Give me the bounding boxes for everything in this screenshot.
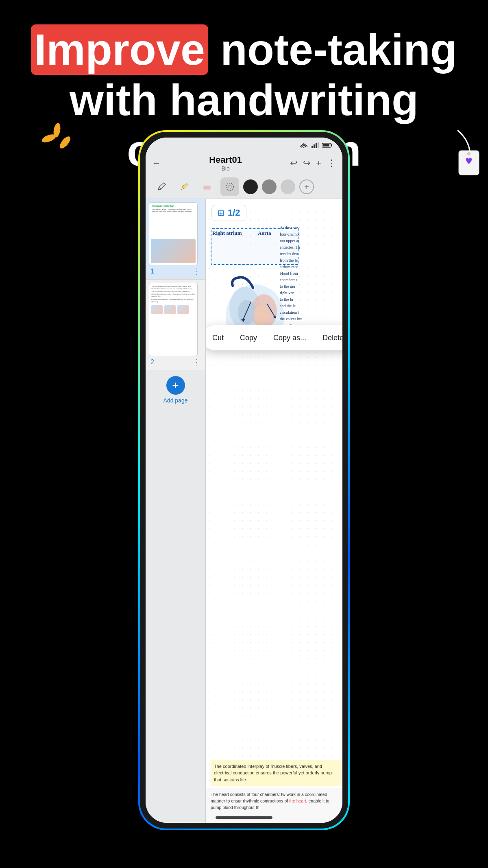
svg-rect-7 (314, 144, 315, 148)
page-2-meta: 2 ⋮ (149, 356, 202, 367)
svg-point-22 (254, 305, 268, 326)
strikethrough-text: the heart, (289, 798, 307, 803)
lasso-tool[interactable] (220, 177, 239, 196)
header-center: Heart01 Bio (161, 155, 290, 172)
page-layout-icon: ⊞ (218, 208, 224, 218)
page-2-options[interactable]: ⋮ (193, 358, 200, 367)
drawing-toolbar: + (146, 175, 342, 199)
svg-point-5 (303, 147, 305, 149)
svg-line-13 (181, 189, 182, 190)
context-menu: Cut Copy Copy as... Delete Convert ⋮ (206, 325, 342, 350)
cut-button[interactable]: Cut (206, 325, 232, 350)
app-header: ← Heart01 Bio ↩ ↪ + ⋮ (146, 153, 342, 175)
add-page-label: Add page (163, 397, 188, 404)
page-panel: The Structure of the Heart Right atrium.… (146, 199, 206, 823)
delete-button[interactable]: Delete (314, 325, 342, 350)
page-1-thumbnail[interactable]: The Structure of the Heart Right atrium.… (146, 199, 205, 280)
pen-tool[interactable] (152, 177, 171, 196)
page-1-preview: The Structure of the Heart Right atrium.… (149, 202, 198, 265)
signal-icon (312, 142, 319, 148)
svg-rect-9 (318, 142, 319, 148)
svg-point-17 (228, 185, 231, 188)
note-title: Heart01 (161, 155, 290, 165)
phone-screen: ← Heart01 Bio ↩ ↪ + ⋮ (146, 138, 342, 823)
back-button[interactable]: ← (152, 158, 161, 168)
note-subtitle: Bio (161, 165, 290, 172)
right-handwriting-text: At the corefour-chambnto upper atentricl… (280, 225, 340, 335)
color-black[interactable] (243, 179, 258, 194)
header-actions: ↩ ↪ + ⋮ (290, 158, 336, 168)
status-bar (146, 138, 342, 153)
svg-rect-6 (312, 146, 313, 148)
color-gray[interactable] (262, 179, 277, 194)
svg-point-21 (238, 300, 256, 324)
phone-outer: ← Heart01 Bio ↩ ↪ + ⋮ (140, 132, 348, 829)
add-page-icon: + (166, 376, 185, 395)
tag-decoration (435, 126, 480, 179)
battery-icon (322, 142, 333, 148)
copy-button[interactable]: Copy (232, 325, 265, 350)
svg-point-0 (58, 135, 72, 150)
svg-point-16 (226, 183, 233, 190)
page-1-meta: 1 ⋮ (149, 265, 202, 276)
redo-button[interactable]: ↪ (303, 158, 310, 168)
phone-border: ← Heart01 Bio ↩ ↪ + ⋮ (138, 130, 350, 830)
sketch-area: Right atrium Aorta (209, 223, 341, 823)
svg-rect-11 (323, 144, 329, 146)
color-add-button[interactable]: + (299, 179, 314, 194)
more-button[interactable]: ⋮ (327, 158, 336, 168)
highlighted-paragraph: The coordinated interplay of muscle fibe… (211, 760, 341, 787)
add-button[interactable]: + (316, 158, 321, 168)
hero-highlight: Improve (31, 24, 208, 75)
add-page-button[interactable]: + Add page (146, 370, 205, 409)
sparkle-decoration (24, 106, 89, 155)
page-1-options[interactable]: ⋮ (193, 267, 200, 276)
svg-marker-12 (182, 184, 187, 189)
page-counter-pill[interactable]: ⊞ 1/2 (211, 205, 246, 221)
svg-rect-8 (316, 143, 317, 148)
copy-as-button[interactable]: Copy as... (265, 325, 314, 350)
main-content: The Structure of the Heart Right atrium.… (146, 199, 342, 823)
color-light[interactable] (281, 179, 295, 194)
highlighter-tool[interactable] (175, 177, 194, 196)
page-counter-value: 1/2 (228, 208, 240, 218)
phone-frame: ← Heart01 Bio ↩ ↪ + ⋮ (138, 130, 350, 830)
note-canvas[interactable]: ⊞ 1/2 Right atrium (206, 199, 342, 823)
wifi-icon (299, 142, 308, 148)
eraser-tool[interactable] (198, 177, 216, 196)
page-2-preview: The coordinated interplay of muscle fibe… (149, 283, 198, 356)
hw-aorta: Aorta (258, 230, 271, 236)
home-indicator (216, 816, 272, 819)
hw-right-atrium: Right atrium (212, 230, 242, 236)
undo-button[interactable]: ↩ (290, 158, 297, 168)
page-2-thumbnail[interactable]: The coordinated interplay of muscle fibe… (146, 280, 205, 370)
svg-point-4 (467, 152, 471, 155)
